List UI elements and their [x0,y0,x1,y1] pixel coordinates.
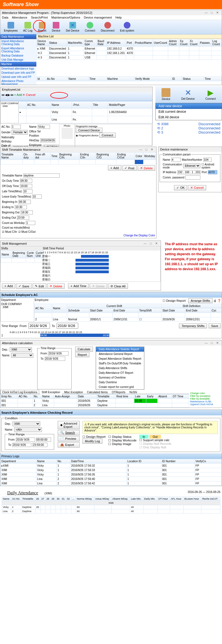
off-input[interactable] [20,184,32,188]
col-fp[interactable]: Fp Count [179,39,189,47]
rep-item[interactable]: Daily Attendance Shifts [96,366,144,370]
tt-post[interactable]: ✓ Post [122,165,137,171]
tab[interactable]: Shift Exception [40,390,62,394]
adv-btn[interactable]: ◆ Advanced Export [58,421,80,429]
tb-connect[interactable]: Connect [82,21,98,33]
menu-edit-device[interactable]: Edit current device [156,109,222,114]
emp-col[interactable]: Title [92,101,108,109]
col[interactable]: Start Date [89,308,113,313]
connect-device-btn[interactable]: Connect Device [76,128,102,133]
menu-edit-all[interactable]: Edit All device [156,114,222,120]
col[interactable]: On-duty [22,152,34,160]
col[interactable]: Date [77,394,96,399]
col[interactable]: Late [134,394,146,399]
change-color-link[interactable]: Change the Display Color [1,234,155,237]
opt3[interactable]: ☐ Display Image [108,442,131,446]
menubar[interactable]: Data Attendance Search/Print Maintenance… [0,15,222,20]
side-ul-user[interactable]: Upload user info and FP [0,75,36,79]
col[interactable]: Ending C/In [79,152,95,160]
bo-input[interactable] [21,210,33,214]
calc-name[interactable]: All [11,353,33,358]
menu-help[interactable]: Help [115,16,122,19]
sto-time[interactable] [32,443,47,447]
dm-mn[interactable] [203,158,211,162]
col-fc[interactable]: Fc Count [189,39,199,47]
col[interactable]: Name [52,304,67,313]
col-comm[interactable]: Comm type [84,39,97,47]
side-import[interactable]: Import Attendance Checking Data [0,39,36,46]
menu-maint[interactable]: Maintenance/Options [51,16,80,19]
modify-log-btn[interactable]: Modify Log [82,439,102,444]
bg-time[interactable]: Time [89,77,106,81]
eo-input[interactable] [17,216,29,220]
rep-item[interactable]: Daily Overtime [96,380,144,385]
preview-btn[interactable]: 📄 Preview [58,436,80,441]
emp-col[interactable]: -Privi. [72,101,92,109]
leave-input[interactable] [32,195,42,199]
sched-row[interactable]: 2LinaNormal2000/1/12999/12/31☐2016/9/262… [34,317,222,322]
col-ip[interactable]: IP Address [106,39,126,47]
design-chk2[interactable]: ☐ Design Report [82,435,105,438]
machine-row[interactable]: ▸ XIMIDisconnected1Ethernet192.168.0.243… [37,47,222,51]
bg-status[interactable]: Status [182,77,204,81]
col[interactable]: End Date [185,308,211,313]
from-date[interactable] [28,323,50,329]
calc-row[interactable]: 0011Vicky2016/9/26Daytime01:00 [1,399,189,403]
col[interactable]: Ending C/Out [116,152,135,160]
dm-ok[interactable]: ✓ OK [174,185,187,190]
must-cin[interactable]: ☑ Must C/In [2,230,17,233]
col[interactable]: No. [33,394,41,399]
sm-del[interactable]: ✕ Delete [47,283,65,289]
side-photo[interactable]: Attendance Photo Management [0,79,36,85]
calc-from[interactable] [48,351,69,356]
col[interactable]: Absent [157,394,172,399]
opt4[interactable]: ☐ Support simple calc [139,438,170,442]
dm-cancel[interactable]: ✕ Cancel [188,185,206,190]
company-tree2[interactable]: OUR COMPANY XIMI [1,302,34,309]
emp-col[interactable]: Mobile/Pager [108,101,152,109]
search-btn[interactable]: 🔍 Search [58,430,80,435]
cancel-icon[interactable]: ✕ Cancel [22,93,35,100]
sfrom-date[interactable] [16,438,35,442]
col-status[interactable]: Status [48,39,67,47]
tb-disconnect[interactable]: Disconnect [98,21,117,33]
sm-deltime[interactable]: ✕ Delete [90,283,107,289]
rep-item[interactable]: Create report for current grid [96,385,144,389]
col-log[interactable]: Log Count [211,39,222,47]
menu-device[interactable]: Device management [84,16,112,19]
col[interactable]: Location ID [126,459,161,464]
hire-input[interactable] [40,138,55,142]
nav-last-icon[interactable]: ⏭ [11,93,14,100]
android-chk[interactable]: ☐ Android system [201,163,217,169]
col[interactable]: Department [1,459,36,464]
rep-item[interactable]: Depart Attendance Statistic Report [96,356,144,361]
machine-row[interactable]: ⟲ 3Disconnected1USB [37,55,222,60]
bi-input[interactable] [19,200,31,204]
col-port[interactable]: Port [126,39,134,47]
bg-id2[interactable]: ID [171,77,182,81]
tb-exit[interactable]: Exit system [118,21,137,33]
tab[interactable]: Calculated Items [85,390,109,394]
fp-radio[interactable]: ◉ Fingerprint device [76,134,99,137]
connect-btn[interactable]: Connect [99,133,116,138]
col-devname[interactable]: Device Name [37,39,48,47]
log-row[interactable]: XIMIVicky12016/9/26 17:56:351001FP [1,472,222,477]
col-admin[interactable]: Admin Count [168,39,179,47]
col[interactable]: Beginning C/In. [58,152,79,160]
col[interactable]: Date/Time [70,459,127,464]
export-btn[interactable]: 📤 Export [58,442,80,448]
tb-device[interactable]: Device [49,21,63,33]
calc-row[interactable]: 0012Lina2016/9/26Daytime [1,403,189,408]
bg-time2[interactable]: Time [204,77,222,81]
to-date[interactable] [57,323,78,329]
col[interactable]: Auto-Assign [54,394,77,399]
rep-item[interactable]: Attendance General Report [96,352,144,356]
col[interactable]: Name [1,251,12,258]
sto-date[interactable] [12,443,31,447]
dm-name[interactable] [171,158,181,162]
ttname-input[interactable] [23,173,60,178]
rep-item[interactable]: Daily Attendance OT Report [96,370,144,375]
search-dep[interactable]: XIMI [12,421,40,426]
col-user[interactable]: UserCount [153,39,168,47]
bg-name[interactable]: Name [68,77,89,81]
